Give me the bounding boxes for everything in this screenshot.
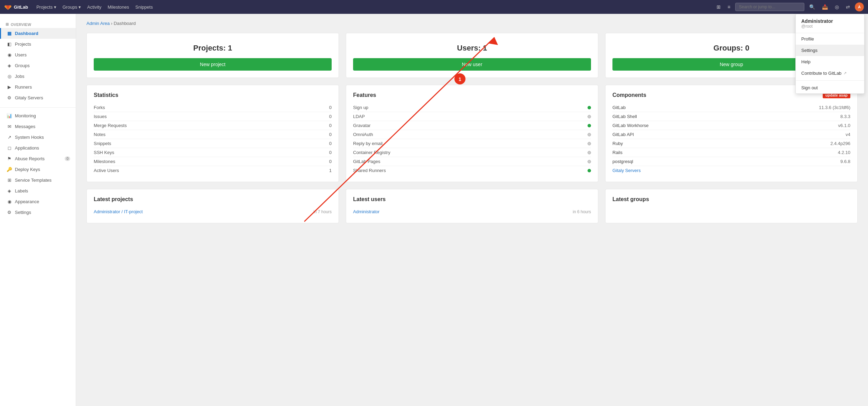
sidebar-item-deploy-keys[interactable]: 🔑 Deploy Keys [0, 164, 76, 175]
breadcrumb-parent[interactable]: Admin Area [86, 21, 110, 26]
latest-projects-card: Latest projects Administrator / IT-proje… [86, 189, 339, 223]
external-link-icon: ↗ [843, 71, 847, 75]
dropdown-divider [796, 80, 864, 81]
labels-icon: ◈ [7, 188, 12, 193]
components-card: Components update asap GitLab 11.3.6 (3c… [605, 85, 858, 182]
dropdown-username: Administrator [801, 18, 859, 24]
profile-label: Profile [801, 36, 814, 42]
stat-row-issues: Issues 0 [94, 112, 332, 121]
signout-item[interactable]: Sign out [796, 82, 864, 93]
component-workhorse: GitLab Workhorse v6.1.0 [612, 121, 850, 130]
stat-label-issues: Issues [94, 114, 107, 119]
sidebar-label-projects: Projects [15, 42, 31, 47]
component-rails: Rails 4.2.10 [612, 148, 850, 157]
latest-project-item: Administrator / IT-project in 7 hours [94, 207, 332, 216]
sidebar-item-runners[interactable]: ▶ Runners [0, 82, 76, 92]
nav-activity[interactable]: Activity [84, 3, 104, 11]
latest-user-item: Administrator in 6 hours [353, 207, 591, 216]
sidebar-item-appearance[interactable]: ◉ Appearance [0, 196, 76, 207]
stat-label-notes: Notes [94, 132, 105, 137]
sidebar-label-abuse: Abuse Reports [15, 156, 45, 161]
sidebar-item-messages[interactable]: ✉ Messages [0, 121, 76, 132]
sidebar-label-monitoring: Monitoring [15, 113, 36, 118]
latest-user-link[interactable]: Administrator [353, 209, 380, 214]
sidebar-item-settings[interactable]: ⚙ Settings [0, 207, 76, 218]
sidebar-label-applications: Applications [15, 145, 39, 151]
gitlab-logo[interactable]: GitLab [4, 3, 28, 11]
feature-label-omniauth: OmniAuth [353, 132, 373, 137]
top-navigation: GitLab Projects ▾ Groups ▾ Activity Mile… [0, 0, 868, 14]
feature-omniauth: OmniAuth [353, 130, 591, 139]
feature-gitlab-pages: GitLab Pages [353, 157, 591, 166]
latest-project-link[interactable]: Administrator / IT-project [94, 209, 143, 214]
latest-groups-card: Latest groups [605, 189, 858, 223]
sidebar-label-jobs: Jobs [15, 74, 24, 79]
stat-value-issues: 0 [329, 114, 332, 119]
profile-item[interactable]: Profile [796, 33, 864, 45]
stat-label-forks: Forks [94, 105, 105, 110]
gitaly-servers-link[interactable]: Gitaly Servers [612, 168, 641, 173]
notifications-btn[interactable]: 📥 [820, 3, 830, 11]
stat-title-users: Users: 1 [353, 44, 591, 53]
new-project-btn[interactable]: New project [94, 58, 332, 71]
nav-milestones[interactable]: Milestones [105, 3, 132, 11]
comp-val-workhorse: v6.1.0 [838, 123, 850, 128]
jobs-icon: ◎ [7, 74, 12, 79]
feature-label-reply-email: Reply by email [353, 141, 382, 146]
sidebar-label-gitaly: Gitaly Servers [15, 95, 43, 100]
stat-row-notes: Notes 0 [94, 130, 332, 139]
abuse-icon: ⚑ [7, 156, 12, 161]
abuse-badge: 0 [65, 156, 70, 161]
sidebar-item-hooks[interactable]: ↗ System Hooks [0, 132, 76, 143]
merge-btn[interactable]: ⇄ [844, 3, 852, 11]
stat-row-forks: Forks 0 [94, 103, 332, 112]
notification-container: A [855, 2, 864, 11]
nav-projects[interactable]: Projects ▾ [34, 3, 59, 11]
feature-dot-ldap [588, 115, 591, 118]
user-avatar-btn[interactable]: A [855, 2, 864, 11]
sidebar-label-users: Users [15, 52, 27, 57]
search-input[interactable] [735, 3, 804, 11]
nav-groups[interactable]: Groups ▾ [60, 3, 84, 11]
nav-snippets[interactable]: Snippets [132, 3, 156, 11]
issues-btn[interactable]: ◎ [833, 3, 841, 11]
new-user-btn[interactable]: New user [353, 58, 591, 71]
user-dropdown: Administrator @root Profile Settings Hel… [795, 14, 865, 94]
contribute-item[interactable]: Contribute to GitLab ↗ [796, 67, 864, 79]
settings-item[interactable]: Settings [796, 45, 864, 56]
sidebar-item-users[interactable]: ◉ Users [0, 49, 76, 60]
signout-label: Sign out [801, 85, 818, 90]
applications-icon: ◻ [7, 145, 12, 151]
sidebar-item-groups[interactable]: ◈ Groups [0, 60, 76, 71]
sidebar-item-labels[interactable]: ◈ Labels [0, 186, 76, 196]
stat-label-snippets: Snippets [94, 141, 111, 146]
info-row: Statistics Forks 0 Issues 0 Merge Reques… [86, 85, 858, 182]
help-item[interactable]: Help [796, 56, 864, 67]
sidebar-item-dashboard[interactable]: ▦ Dashboard [0, 28, 76, 39]
groups-icon: ◈ [7, 63, 12, 68]
stat-value-milestones: 0 [329, 159, 332, 164]
help-label: Help [801, 59, 811, 64]
stat-card-projects: Projects: 1 New project [86, 33, 339, 78]
stat-row-milestones: Milestones 0 [94, 157, 332, 166]
stat-value-activeusers: 1 [329, 168, 332, 173]
feature-label-ldap: LDAP [353, 114, 365, 119]
deploy-keys-icon: 🔑 [7, 167, 12, 172]
component-shell: GitLab Shell 8.3.3 [612, 112, 850, 121]
sidebar-item-abuse[interactable]: ⚑ Abuse Reports 0 [0, 153, 76, 164]
nav-icon-btn-2[interactable]: ≡ [726, 3, 732, 11]
dropdown-handle: @root [801, 24, 859, 29]
search-icon-btn[interactable]: 🔍 [807, 3, 817, 11]
sidebar-item-projects[interactable]: ◧ Projects [0, 39, 76, 49]
sidebar-item-applications[interactable]: ◻ Applications [0, 143, 76, 153]
latest-user-time: in 6 hours [573, 209, 591, 214]
sidebar-item-service-templates[interactable]: ⊞ Service Templates [0, 175, 76, 186]
sidebar-item-monitoring[interactable]: 📊 Monitoring [0, 110, 76, 121]
features-title: Features [353, 92, 591, 98]
feature-container-reg: Container Registry [353, 148, 591, 157]
sidebar-item-gitaly[interactable]: ⚙ Gitaly Servers [0, 92, 76, 103]
stat-label-activeusers: Active Users [94, 168, 119, 173]
sidebar-item-jobs[interactable]: ◎ Jobs [0, 71, 76, 82]
appearance-icon: ◉ [7, 199, 12, 204]
nav-icon-btn-1[interactable]: ⊞ [714, 3, 723, 11]
